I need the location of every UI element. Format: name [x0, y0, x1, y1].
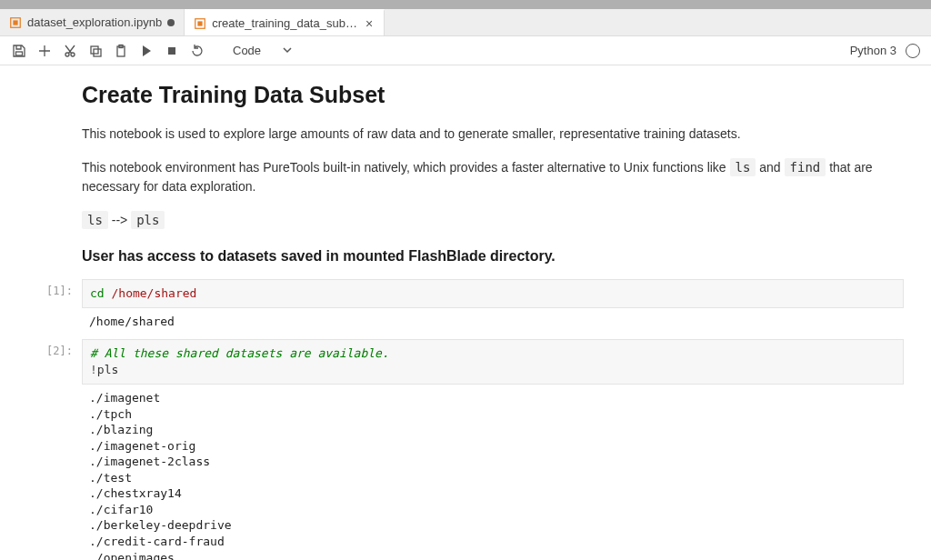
cell-output: /home/shared	[82, 308, 904, 332]
svg-rect-11	[168, 47, 175, 55]
ls-mapping: ls --> pls	[82, 211, 904, 230]
svg-rect-8	[94, 49, 101, 56]
notebook-icon	[9, 16, 22, 29]
kernel-indicator[interactable]: Python 3	[850, 44, 920, 58]
inline-code-ls: ls	[730, 158, 756, 176]
cell-output: ./imagenet ./tpch ./blazing ./imagenet-o…	[82, 385, 904, 560]
inline-code: ls	[82, 211, 108, 229]
kernel-status-icon	[906, 44, 920, 58]
copy-button[interactable]	[87, 43, 104, 59]
inline-code: pls	[131, 211, 165, 229]
code-cell-1[interactable]: [1]: cd /home/shared /home/shared	[11, 279, 920, 332]
insert-cell-button[interactable]	[36, 43, 53, 59]
svg-rect-3	[198, 21, 203, 25]
access-heading: User has access to datasets saved in mou…	[82, 248, 904, 265]
cell-type-label: Code	[233, 44, 261, 57]
code-cell-2[interactable]: [2]: # All these shared datasets are ava…	[11, 339, 920, 560]
cell-prompt: [1]:	[11, 279, 82, 332]
tab-dataset-exploration[interactable]: dataset_exploration.ipynb	[0, 9, 185, 35]
tab-create-training-data-subset[interactable]: create_training_data_subset ×	[185, 9, 385, 35]
notebook-icon	[194, 17, 206, 30]
svg-point-5	[65, 53, 69, 56]
markdown-cell[interactable]: Create Training Data Subset This noteboo…	[82, 82, 904, 265]
text: -->	[108, 213, 131, 227]
code-input[interactable]: # All these shared datasets are availabl…	[82, 339, 904, 385]
cell-type-selector[interactable]: Code	[227, 44, 297, 57]
notebook-area[interactable]: Create Training Data Subset This noteboo…	[0, 65, 931, 560]
run-button[interactable]	[138, 43, 155, 59]
code-comment: # All these shared datasets are availabl…	[90, 346, 389, 360]
window-titlebar	[0, 0, 931, 9]
env-paragraph: This notebook environment has PureTools …	[82, 158, 904, 196]
close-tab-icon[interactable]: ×	[364, 16, 375, 31]
shell-bang: !	[90, 363, 97, 376]
cell-prompt: [2]:	[11, 339, 82, 560]
page-title: Create Training Data Subset	[82, 82, 904, 108]
svg-point-6	[71, 53, 75, 56]
tab-label: create_training_data_subset	[212, 16, 358, 30]
notebook-toolbar: Code Python 3	[0, 36, 931, 65]
svg-rect-4	[16, 52, 23, 55]
cut-button[interactable]	[62, 43, 78, 59]
tab-bar: dataset_exploration.ipynb create_trainin…	[0, 9, 931, 36]
stop-button[interactable]	[164, 43, 180, 59]
code-path: /home/shared	[105, 286, 197, 300]
code-command: pls	[97, 363, 118, 376]
kernel-name: Python 3	[850, 44, 896, 57]
inline-code-find: find	[785, 158, 826, 176]
text: and	[756, 160, 784, 175]
code-command: cd	[90, 286, 105, 300]
tab-label: dataset_exploration.ipynb	[27, 15, 162, 29]
chevron-down-icon	[283, 44, 292, 57]
dirty-indicator-icon	[167, 19, 175, 26]
text: This notebook environment has PureTools …	[82, 160, 730, 175]
code-input[interactable]: cd /home/shared	[82, 279, 904, 308]
restart-kernel-button[interactable]	[189, 43, 205, 59]
svg-rect-1	[13, 20, 17, 25]
intro-paragraph: This notebook is used to explore large a…	[82, 125, 904, 144]
save-button[interactable]	[11, 43, 27, 59]
paste-button[interactable]	[113, 43, 129, 59]
svg-rect-7	[91, 46, 98, 54]
